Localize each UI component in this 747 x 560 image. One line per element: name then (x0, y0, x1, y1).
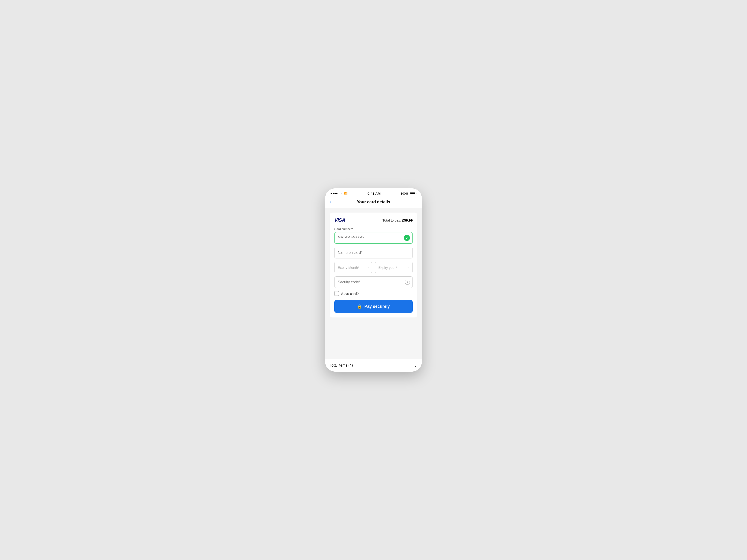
back-button[interactable]: ‹ (330, 199, 331, 205)
security-code-input[interactable] (334, 276, 413, 288)
page-title: Your card details (357, 199, 390, 205)
expiry-month-chevron: › (367, 266, 369, 269)
signal-dot-1 (331, 193, 332, 194)
pay-button-label: Pay securely (364, 304, 390, 309)
signal-dot-3 (335, 193, 337, 194)
content-area: VISA Total to pay: £59.99 Card number* ✓… (325, 208, 422, 359)
total-label: Total to pay: (383, 218, 401, 222)
expiry-month-select[interactable]: Expiry Month* › (334, 262, 372, 273)
security-info-icon[interactable]: i (405, 279, 410, 285)
lock-icon: 🔒 (357, 304, 362, 309)
expiry-month-label: Expiry Month* (338, 266, 359, 269)
nav-bar: ‹ Your card details (325, 197, 422, 208)
expiry-year-select[interactable]: Expiry year* › (375, 262, 413, 273)
security-code-wrapper: i (334, 276, 413, 288)
pay-securely-button[interactable]: 🔒 Pay securely (334, 300, 413, 313)
wifi-icon: 📶 (344, 192, 347, 195)
save-card-row: Save card? (334, 291, 413, 296)
status-left: 📶 (331, 192, 347, 195)
card-number-label: Card number* (334, 227, 413, 231)
total-items-label: Total items (4) (330, 363, 353, 368)
signal-dot-4 (337, 193, 339, 194)
card-number-wrapper: ✓ (334, 232, 413, 244)
signal-dots (331, 193, 341, 194)
visa-logo: VISA (334, 217, 345, 223)
battery-icon (410, 192, 416, 195)
save-card-checkbox[interactable] (334, 291, 339, 296)
bottom-bar[interactable]: Total items (4) ⌄ (325, 359, 422, 372)
total-amount: £59.99 (402, 218, 413, 222)
battery-percent: 100% (401, 192, 408, 195)
signal-dot-5 (340, 193, 341, 194)
chevron-down-icon: ⌄ (414, 363, 417, 368)
status-time: 9:41 AM (367, 192, 381, 195)
bottom-spacer (330, 317, 417, 354)
save-card-label: Save card? (341, 292, 359, 296)
card-section: VISA Total to pay: £59.99 Card number* ✓… (330, 213, 417, 317)
expiry-year-chevron: › (408, 266, 409, 269)
phone-frame: 📶 9:41 AM 100% ‹ Your card details VISA … (325, 188, 422, 372)
status-bar: 📶 9:41 AM 100% (325, 188, 422, 197)
signal-dot-2 (333, 193, 335, 194)
expiry-year-label: Expiry year* (378, 266, 397, 269)
total-to-pay: Total to pay: £59.99 (383, 218, 413, 222)
name-on-card-input[interactable] (334, 247, 413, 259)
status-right: 100% (401, 192, 416, 195)
expiry-row: Expiry Month* › Expiry year* › (334, 262, 413, 273)
card-header: VISA Total to pay: £59.99 (334, 217, 413, 223)
card-number-input[interactable] (334, 232, 413, 244)
card-valid-icon: ✓ (404, 235, 410, 241)
